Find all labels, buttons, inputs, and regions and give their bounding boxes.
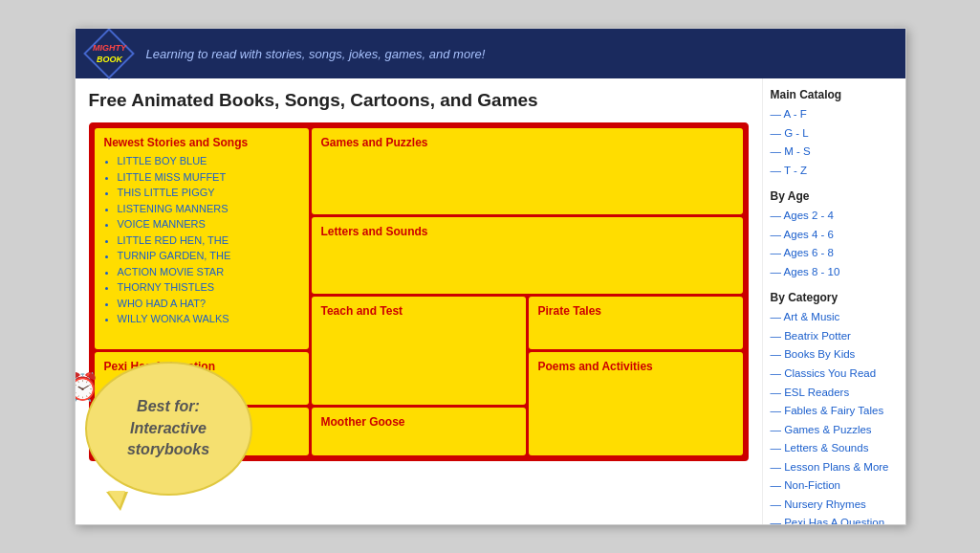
list-item[interactable]: ACTION MOVIE STAR [118, 264, 299, 280]
list-item[interactable]: THORNY THISTLES [118, 279, 299, 296]
poems-activities-cell[interactable]: Poems and Activities [529, 352, 743, 455]
sidebar-link-letters[interactable]: — Letters & Sounds [771, 439, 898, 458]
games-puzzles-title: Games and Puzzles [321, 136, 733, 149]
list-item[interactable]: THIS LITTLE PIGGY [118, 185, 299, 201]
pirate-tales-title: Pirate Tales [538, 304, 733, 318]
main-catalog-title: Main Catalog [771, 88, 898, 101]
list-item[interactable]: LITTLE MISS MUFFET [118, 169, 299, 186]
sidebar-link-age-4-6[interactable]: — Ages 4 - 6 [771, 226, 898, 245]
sidebar-link-lesson[interactable]: — Lesson Plans & More [771, 458, 898, 477]
right-sidebar: Main Catalog — A - F — G - L — M - S — T… [762, 78, 905, 524]
speech-bubble-text: Best for:Interactivestorybooks [118, 387, 219, 470]
newest-stories-cell: Newest Stories and Songs LITTLE BOY BLUE… [95, 128, 309, 349]
sidebar-link-pexi[interactable]: — Pexi Has A Question [771, 514, 898, 525]
sidebar-link-beatrix[interactable]: — Beatrix Potter [771, 327, 898, 346]
list-item[interactable]: TURNIP GARDEN, THE [118, 248, 299, 264]
sidebar-link-games[interactable]: — Games & Puzzles [771, 421, 898, 440]
teach-test-title: Teach and Test [321, 304, 516, 318]
logo-diamond: MIGHTY BOOK [83, 28, 135, 79]
header-tagline: Learning to read with stories, songs, jo… [146, 47, 486, 61]
sidebar-link-nursery[interactable]: — Nursery Rhymes [771, 496, 898, 515]
sidebar-link-fables[interactable]: — Fables & Fairy Tales [771, 402, 898, 421]
sidebar-link-age-2-4[interactable]: — Ages 2 - 4 [771, 207, 898, 226]
sidebar-link-classics[interactable]: — Classics You Read [771, 365, 898, 384]
sidebar-link-af[interactable]: — A - F [771, 105, 898, 124]
speech-bubble: Best for:Interactivestorybooks [85, 362, 252, 496]
sidebar-link-books-by-kids[interactable]: — Books By Kids [771, 345, 898, 365]
sidebar-link-age-8-10[interactable]: — Ages 8 - 10 [771, 263, 898, 282]
logo-diamond-text: MIGHTY BOOK [92, 42, 125, 65]
games-puzzles-cell[interactable]: Games and Puzzles [312, 128, 743, 214]
sidebar-link-ms[interactable]: — M - S [771, 143, 898, 162]
newest-stories-title: Newest Stories and Songs [104, 136, 299, 149]
letters-sounds-title: Letters and Sounds [321, 225, 733, 238]
moother-goose-title: Moother Goose [321, 415, 516, 429]
newest-stories-list: LITTLE BOY BLUE LITTLE MISS MUFFET THIS … [104, 153, 299, 327]
sidebar-link-nonfiction[interactable]: — Non-Fiction [771, 476, 898, 496]
logo[interactable]: MIGHTY BOOK [91, 35, 133, 72]
page-title: Free Animated Books, Songs, Cartoons, an… [89, 90, 749, 111]
list-item[interactable]: VOICE MANNERS [118, 216, 299, 232]
list-item[interactable]: LISTENING MANNERS [118, 201, 299, 217]
list-item[interactable]: LITTLE RED HEN, THE [118, 232, 299, 249]
page-wrapper: MIGHTY BOOK Learning to read with storie… [75, 28, 906, 525]
sidebar-link-age-6-8[interactable]: — Ages 6 - 8 [771, 244, 898, 263]
poems-activities-title: Poems and Activities [538, 360, 733, 373]
speech-bubble-wrapper: ⏰ Best for:Interactivestorybooks [75, 362, 257, 496]
list-item[interactable]: WILLY WONKA WALKS [118, 311, 299, 327]
letters-sounds-cell[interactable]: Letters and Sounds [312, 217, 743, 294]
sidebar-link-art-music[interactable]: — Art & Music [771, 308, 898, 327]
sidebar-link-gl[interactable]: — G - L [771, 124, 898, 144]
sidebar-link-esl[interactable]: — ESL Readers [771, 384, 898, 403]
sidebar-link-tz[interactable]: — T - Z [771, 162, 898, 181]
list-item[interactable]: WHO HAD A HAT? [118, 296, 299, 312]
by-category-title: By Category [771, 291, 898, 304]
pirate-tales-cell[interactable]: Pirate Tales [529, 297, 743, 349]
moother-goose-cell[interactable]: Moother Goose [312, 408, 526, 455]
header: MIGHTY BOOK Learning to read with storie… [76, 29, 905, 78]
by-age-title: By Age [771, 189, 898, 203]
teach-test-cell[interactable]: Teach and Test [312, 297, 526, 405]
list-item[interactable]: LITTLE BOY BLUE [118, 153, 299, 169]
